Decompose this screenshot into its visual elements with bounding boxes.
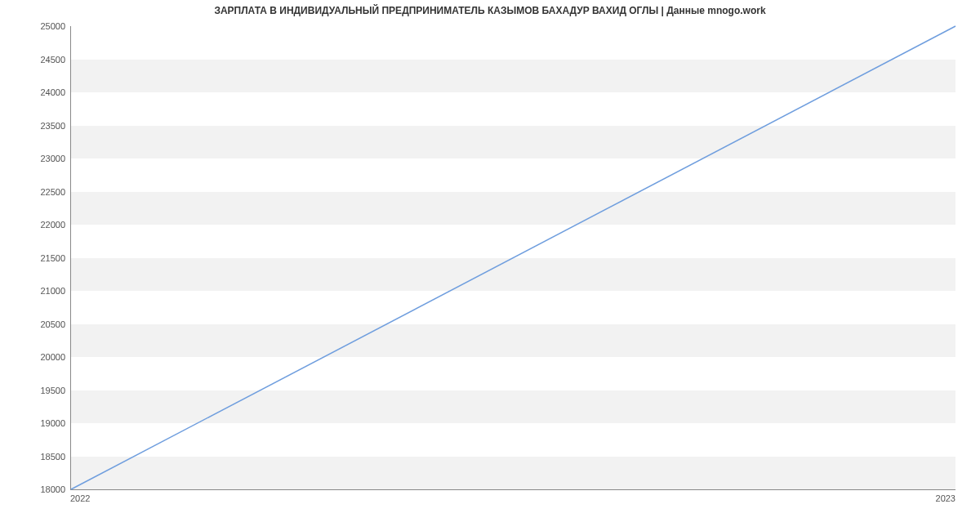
y-tick-label: 22000 [16,220,65,230]
y-tick-label: 24500 [16,55,65,65]
y-tick-label: 18000 [16,484,65,494]
y-tick-label: 18500 [16,452,65,462]
y-tick-label: 19500 [16,386,65,395]
plot-area [70,26,956,490]
y-tick-label: 23000 [16,154,65,163]
y-tick-label: 19000 [16,418,65,428]
y-tick-label: 20500 [16,319,65,329]
svg-line-0 [71,26,956,489]
y-tick-label: 20000 [16,352,65,362]
x-tick-start: 2022 [70,493,90,503]
y-tick-label: 25000 [16,21,65,31]
y-tick-label: 22500 [16,187,65,197]
data-line [71,26,956,489]
x-tick-end: 2023 [936,493,956,503]
y-tick-label: 23500 [16,121,65,131]
chart-title: ЗАРПЛАТА В ИНДИВИДУАЛЬНЫЙ ПРЕДПРИНИМАТЕЛ… [0,5,980,16]
line-chart: ЗАРПЛАТА В ИНДИВИДУАЛЬНЫЙ ПРЕДПРИНИМАТЕЛ… [0,0,980,531]
y-tick-label: 21500 [16,253,65,263]
y-tick-label: 21000 [16,286,65,296]
y-tick-label: 24000 [16,87,65,97]
